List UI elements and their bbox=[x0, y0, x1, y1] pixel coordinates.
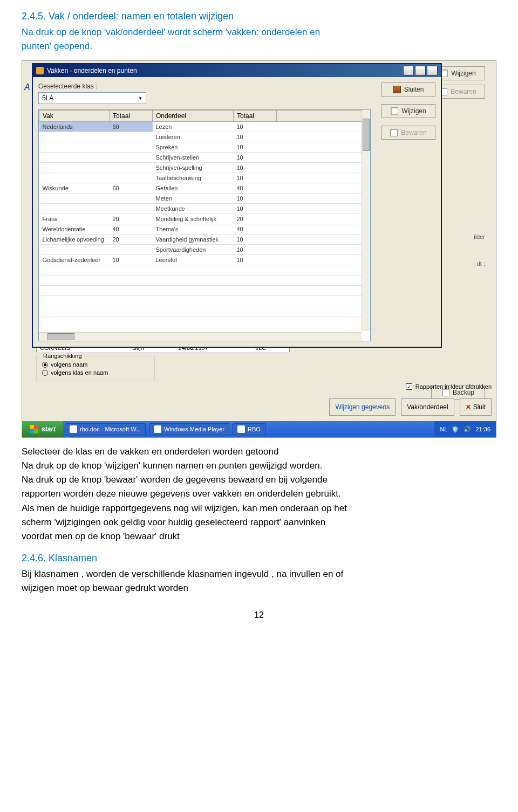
table-row[interactable] bbox=[39, 306, 370, 316]
taskbar-item-wmp[interactable]: Windows Media Player bbox=[149, 423, 229, 435]
table-row[interactable]: Luisteren10 bbox=[39, 132, 370, 142]
table-cell[interactable] bbox=[153, 265, 234, 276]
wijzigen-gegevens-button[interactable]: Wijzigen gegevens bbox=[329, 398, 396, 416]
table-cell[interactable]: 10 bbox=[234, 122, 277, 132]
sluiten-button[interactable]: Sluiten bbox=[381, 82, 435, 97]
table-cell[interactable]: Godsdienst-zedenleer bbox=[39, 255, 110, 265]
table-row[interactable]: Wereldoriëntatie40Thema's40 bbox=[39, 224, 370, 235]
table-row[interactable]: Schrijven-stellen10 bbox=[39, 153, 370, 163]
table-cell[interactable] bbox=[39, 306, 110, 316]
table-row[interactable] bbox=[39, 286, 370, 296]
table-cell[interactable]: Taalbeschouwing bbox=[153, 173, 234, 183]
table-cell[interactable] bbox=[39, 153, 110, 163]
maximize-icon[interactable]: □ bbox=[415, 66, 426, 75]
table-cell[interactable]: Lichamelijke opvoeding bbox=[39, 235, 110, 245]
wijzigen-button[interactable]: Wijzigen bbox=[381, 104, 435, 118]
table-cell[interactable]: Luisteren bbox=[153, 132, 234, 142]
table-cell[interactable] bbox=[110, 306, 153, 316]
table-row[interactable]: Taalbeschouwing10 bbox=[39, 173, 370, 183]
table-cell[interactable]: Nederlands bbox=[39, 122, 110, 132]
table-cell[interactable] bbox=[39, 204, 110, 214]
table-row[interactable]: Godsdienst-zedenleer10Leerstof10 bbox=[39, 255, 370, 265]
table-cell[interactable] bbox=[110, 245, 153, 255]
table-cell[interactable]: Schrijven-stellen bbox=[153, 153, 234, 163]
table-cell[interactable] bbox=[39, 265, 110, 276]
language-indicator[interactable]: NL bbox=[440, 426, 447, 432]
table-cell[interactable] bbox=[39, 173, 110, 183]
table-cell[interactable]: Mondeling & schriftelijk bbox=[153, 214, 234, 224]
minimize-icon[interactable]: _ bbox=[403, 66, 414, 75]
table-cell[interactable] bbox=[110, 132, 153, 142]
table-cell[interactable]: Lezen bbox=[153, 122, 234, 132]
col-onderdeel[interactable]: Onderdeel bbox=[153, 111, 234, 122]
table-cell[interactable] bbox=[39, 163, 110, 173]
table-cell[interactable]: 10 bbox=[234, 132, 277, 142]
table-row[interactable]: Nederlands60Lezen10 bbox=[39, 122, 370, 132]
radio-volgens-klas[interactable]: volgens klas en naam bbox=[42, 369, 149, 376]
table-cell[interactable]: 10 bbox=[234, 235, 277, 245]
table-cell[interactable] bbox=[110, 265, 153, 276]
table-cell[interactable] bbox=[39, 132, 110, 142]
table-cell[interactable] bbox=[39, 276, 110, 286]
table-cell[interactable] bbox=[110, 142, 153, 153]
radio-volgens-naam[interactable]: volgens naam bbox=[42, 361, 149, 368]
table-cell[interactable]: 10 bbox=[234, 142, 277, 153]
table-cell[interactable] bbox=[110, 204, 153, 214]
table-cell[interactable]: Spreken bbox=[153, 142, 234, 153]
table-row[interactable]: Meten10 bbox=[39, 194, 370, 204]
table-row[interactable]: Sportvaardigheden10 bbox=[39, 245, 370, 255]
vak-onderdeel-button[interactable]: Vak/onderdeel bbox=[401, 398, 454, 416]
scroll-thumb[interactable] bbox=[47, 333, 74, 340]
table-cell[interactable] bbox=[39, 194, 110, 204]
table-cell[interactable]: Meten bbox=[153, 194, 234, 204]
table-cell[interactable] bbox=[39, 286, 110, 296]
table-row[interactable]: Schrijven-spelling10 bbox=[39, 163, 370, 173]
table-cell[interactable]: 10 bbox=[234, 173, 277, 183]
table-cell[interactable]: 10 bbox=[234, 255, 277, 265]
table-cell[interactable] bbox=[39, 296, 110, 306]
taskbar-item-rbo[interactable]: RBO bbox=[233, 423, 265, 435]
close-icon[interactable]: × bbox=[427, 66, 438, 75]
table-cell[interactable] bbox=[153, 286, 234, 296]
table-cell[interactable]: 20 bbox=[110, 235, 153, 245]
table-cell[interactable] bbox=[110, 286, 153, 296]
table-cell[interactable] bbox=[110, 163, 153, 173]
table-cell[interactable] bbox=[234, 276, 277, 286]
table-cell[interactable] bbox=[110, 173, 153, 183]
table-cell[interactable]: 20 bbox=[234, 214, 277, 224]
table-cell[interactable]: 10 bbox=[234, 163, 277, 173]
table-cell[interactable]: Leerstof bbox=[153, 255, 234, 265]
table-cell[interactable]: 10 bbox=[110, 255, 153, 265]
table-cell[interactable] bbox=[234, 306, 277, 316]
tray-icon[interactable]: 🛡️ bbox=[452, 426, 459, 433]
table-cell[interactable] bbox=[110, 194, 153, 204]
kleur-checkbox[interactable]: ✓ Rapporten in kleur afdrukken bbox=[406, 383, 492, 390]
table-row[interactable]: Wiskunde60Getallen40 bbox=[39, 183, 370, 194]
table-cell[interactable]: Thema's bbox=[153, 224, 234, 235]
clock[interactable]: 21:36 bbox=[475, 426, 490, 432]
col-vak[interactable]: Vak bbox=[39, 111, 110, 122]
table-cell[interactable]: 10 bbox=[234, 245, 277, 255]
table-cell[interactable]: Meetkunde bbox=[153, 204, 234, 214]
table-row[interactable] bbox=[39, 276, 370, 286]
table-cell[interactable]: 60 bbox=[110, 183, 153, 194]
table-cell[interactable] bbox=[110, 153, 153, 163]
table-row[interactable] bbox=[39, 296, 370, 306]
table-cell[interactable] bbox=[153, 276, 234, 286]
vertical-scrollbar[interactable] bbox=[362, 110, 370, 331]
tray-icon[interactable]: 🔊 bbox=[464, 426, 471, 433]
table-cell[interactable]: 40 bbox=[234, 183, 277, 194]
table-cell[interactable] bbox=[234, 286, 277, 296]
klas-dropdown[interactable]: 5LA ▼ bbox=[38, 92, 146, 104]
table-cell[interactable] bbox=[234, 265, 277, 276]
table-cell[interactable]: 40 bbox=[234, 224, 277, 235]
table-cell[interactable]: Vaardigheid gymnastiek bbox=[153, 235, 234, 245]
table-cell[interactable]: 10 bbox=[234, 194, 277, 204]
table-cell[interactable]: Getallen bbox=[153, 183, 234, 194]
scroll-thumb[interactable] bbox=[363, 119, 370, 151]
start-button[interactable]: start bbox=[22, 421, 63, 437]
col-totaal2[interactable]: Totaal bbox=[234, 111, 277, 122]
table-cell[interactable]: 10 bbox=[234, 153, 277, 163]
table-row[interactable]: Frans20Mondeling & schriftelijk20 bbox=[39, 214, 370, 224]
table-cell[interactable] bbox=[39, 245, 110, 255]
